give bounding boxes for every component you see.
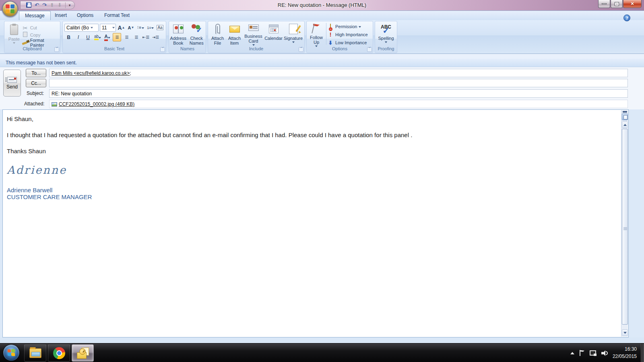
decrease-indent-button[interactable]: ⇤☰ [142, 33, 150, 41]
grow-font-button[interactable]: A▲ [117, 23, 126, 32]
attached-field: CCF22052015_00002.jpg (469 KB) [49, 100, 628, 108]
greeting-line: Hi Shaun, [7, 115, 616, 123]
format-painter-button[interactable]: Format Painter [22, 39, 59, 46]
font-name-combo[interactable]: Calibri (Bo [64, 24, 99, 32]
image-attachment-icon [52, 102, 57, 107]
redo-icon[interactable]: ↷ [42, 2, 47, 8]
align-left-button[interactable]: ☰ [113, 33, 121, 41]
increase-indent-button[interactable]: ⇥☰ [151, 33, 160, 41]
format-painter-icon [22, 39, 29, 46]
low-importance-icon: ⬇ [327, 40, 334, 46]
subject-field[interactable]: RE: New quotation [49, 89, 628, 98]
attach-item-button[interactable]: Attach Item [226, 22, 243, 46]
customize-qat-icon[interactable]: ▾ [69, 3, 71, 7]
check-names-button[interactable]: ✓ Check Names [188, 22, 206, 46]
send-button[interactable]: Send [3, 70, 21, 97]
high-importance-button[interactable]: ! High Importance [327, 31, 368, 38]
network-icon[interactable] [590, 350, 597, 356]
tab-format-text[interactable]: Format Text [99, 11, 135, 20]
scrollbar-thumb[interactable] [622, 129, 628, 325]
calendar-button[interactable]: Calendar [264, 22, 283, 46]
ribbon-tab-row: Message Insert Options Format Text [0, 11, 644, 20]
cc-field[interactable] [49, 79, 628, 87]
address-book-icon [173, 25, 184, 33]
save-icon[interactable] [26, 2, 31, 8]
message-body[interactable]: Hi Shaun, I thought that I had requested… [2, 109, 629, 337]
cut-icon: ✂ [22, 25, 29, 31]
align-right-button[interactable]: ☰ [132, 33, 140, 41]
highlight-button[interactable]: ab [93, 33, 102, 41]
italic-button[interactable]: I [74, 33, 83, 41]
permission-icon [330, 24, 331, 29]
vertical-scrollbar[interactable] [621, 110, 628, 337]
window-bottom-border [0, 337, 644, 343]
ruler-toggle-icon[interactable] [622, 113, 628, 120]
close-button[interactable]: ✕ [623, 0, 642, 8]
to-field[interactable]: Pam Mills <ecs@efield.karoo.co.uk>; [49, 69, 628, 77]
office-button[interactable] [2, 1, 18, 17]
options-dialog-launcher[interactable] [367, 47, 372, 52]
tab-options[interactable]: Options [71, 11, 99, 20]
message-header: Send To... Pam Mills <ecs@efield.karoo.c… [0, 67, 644, 109]
signature-name: Adrienne Barwell [7, 187, 616, 193]
next-item-icon[interactable]: ⬇ [58, 2, 62, 8]
start-button[interactable] [3, 345, 19, 361]
signature-title: CUSTOMER CARE MANAGER [7, 193, 616, 200]
spelling-button[interactable]: ABC✓ Spelling [376, 22, 396, 46]
previous-item-icon[interactable]: ⬆ [50, 2, 54, 8]
numbering-button[interactable]: 1≡ [146, 23, 155, 32]
group-label-clipboard: Clipboard [4, 46, 60, 52]
clipboard-dialog-launcher[interactable] [54, 47, 59, 52]
office-logo-icon [6, 4, 14, 13]
bold-button[interactable]: B [64, 33, 73, 41]
clock-date: 22/05/2015 [613, 354, 637, 359]
bullets-button[interactable]: ⁝≡ [136, 23, 145, 32]
scroll-down-arrow[interactable] [622, 329, 628, 336]
attachment-chip[interactable]: CCF22052015_00002.jpg (469 KB) [52, 101, 134, 107]
hidden-icons-arrow[interactable] [570, 352, 574, 354]
cc-button[interactable]: Cc... [26, 79, 46, 87]
basic-text-dialog-launcher[interactable] [160, 47, 165, 52]
low-importance-button[interactable]: ⬇ Low Importance [327, 39, 368, 46]
paste-button[interactable]: Paste [6, 23, 22, 46]
restore-button[interactable] [611, 0, 623, 8]
signature-button[interactable]: Signature [283, 22, 303, 46]
attach-file-button[interactable]: Attach File [209, 22, 226, 46]
taskbar: 16:30 22/05/2015 [0, 343, 644, 362]
window-title: RE: New quotation - Message (HTML) [0, 2, 644, 8]
help-icon[interactable]: ? [623, 14, 630, 21]
permission-button[interactable]: Permission [327, 23, 368, 30]
to-button[interactable]: To... [26, 69, 46, 77]
align-center-button[interactable]: ☰ [122, 33, 131, 41]
attach-file-icon [215, 24, 220, 34]
follow-up-button[interactable]: Follow Up [308, 22, 325, 46]
attachment-link[interactable]: CCF22052015_00002.jpg (469 KB) [59, 101, 134, 107]
tab-message[interactable]: Message [19, 11, 51, 20]
check-names-icon: ✓ [191, 24, 202, 34]
title-bar: ↶ ↷ ⬆ ⬇ ▾ RE: New quotation - Message (H… [0, 0, 644, 11]
clear-formatting-button[interactable]: Aa [156, 23, 164, 32]
split-handle[interactable] [623, 111, 627, 113]
scroll-up-arrow[interactable] [622, 121, 628, 128]
cut-button[interactable]: ✂ Cut [22, 25, 59, 31]
underline-button[interactable]: U [84, 33, 92, 41]
include-dialog-launcher[interactable] [299, 47, 303, 52]
taskbar-clock[interactable]: 16:30 22/05/2015 [613, 346, 637, 360]
closing-line: Thanks Shaun [7, 148, 616, 155]
tab-insert[interactable]: Insert [49, 11, 72, 20]
spelling-abc-icon: ABC✓ [381, 25, 391, 33]
address-book-button[interactable]: Address Book [169, 22, 188, 46]
business-card-button[interactable]: Business Card [243, 22, 264, 46]
undo-icon[interactable]: ↶ [35, 2, 39, 8]
group-include: Attach File Attach Item Business Card Ca… [208, 21, 305, 53]
taskbar-explorer-button[interactable] [24, 344, 46, 362]
volume-icon[interactable] [601, 350, 608, 356]
font-size-combo[interactable]: 11 [100, 24, 116, 32]
minimize-button[interactable] [598, 0, 610, 8]
taskbar-chrome-button[interactable] [48, 344, 70, 362]
action-center-flag-icon[interactable] [579, 350, 585, 356]
taskbar-outlook-button[interactable] [72, 344, 94, 362]
show-desktop-button[interactable] [641, 343, 644, 362]
font-color-button[interactable]: A [103, 33, 111, 41]
shrink-font-button[interactable]: A▼ [127, 23, 135, 32]
